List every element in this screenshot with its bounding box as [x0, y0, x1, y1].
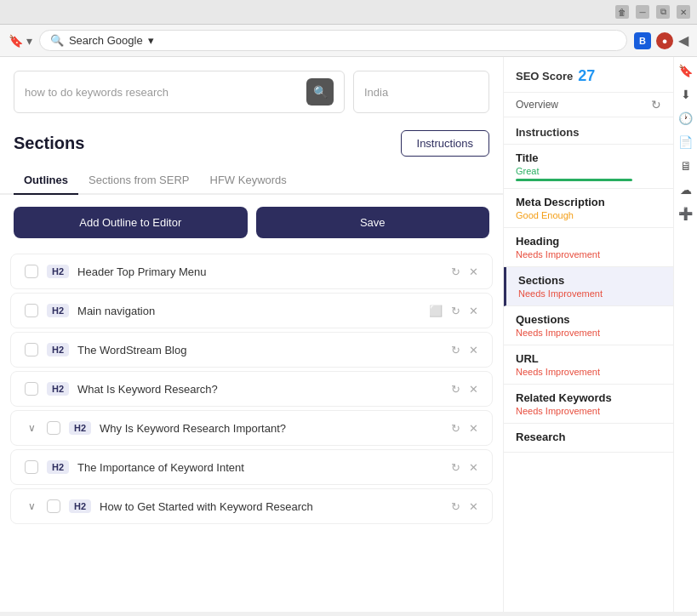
instructions-button[interactable]: Instructions: [401, 130, 489, 157]
delete-btn[interactable]: 🗑: [615, 5, 629, 19]
seo-panel: SEO Score 27 Overview ↻ Instructions Tit…: [503, 57, 673, 612]
seo-item-url-label: URL: [516, 352, 661, 365]
left-panel: 🔍 India Sections Instructions Outlines S…: [0, 57, 503, 612]
tab-serp[interactable]: Sections from SERP: [78, 167, 200, 195]
seo-item-meta-label: Meta Description: [516, 196, 661, 208]
download-icon[interactable]: ⬇: [681, 88, 691, 101]
seo-item-url-status: Needs Improvement: [516, 367, 661, 377]
add-icon[interactable]: ➕: [678, 207, 693, 220]
monitor-icon[interactable]: 🖥: [680, 159, 692, 173]
red-ext-icon[interactable]: ●: [656, 32, 673, 49]
address-input[interactable]: 🔍 Search Google ▾: [39, 30, 627, 51]
search-input[interactable]: [25, 86, 300, 99]
checkbox-1[interactable]: [25, 265, 38, 278]
seo-item-research-label: Research: [516, 431, 661, 443]
refresh-icon-1[interactable]: ↻: [451, 265, 460, 278]
refresh-icon-7[interactable]: ↻: [451, 500, 460, 513]
bookmark-icon[interactable]: 🔖 ▾: [9, 34, 32, 48]
far-right-toolbar: 🔖 ⬇ 🕐 📄 🖥 ☁ ➕: [673, 57, 697, 612]
refresh-icon-2[interactable]: ↻: [451, 305, 460, 317]
seo-item-sections-status: Needs Improvement: [518, 288, 661, 299]
tag-3: H2: [47, 343, 69, 356]
outline-item-4: H2 What Is Keyword Research? ↻ ✕: [10, 371, 493, 407]
cloud-upload-icon[interactable]: ☁: [680, 183, 692, 197]
refresh-icon-3[interactable]: ↻: [451, 344, 460, 356]
outline-list: H2 Header Top Primary Menu ↻ ✕ H2 Main n…: [0, 254, 503, 524]
seo-item-meta-status: Good Enough: [516, 210, 661, 220]
main-layout: 🔍 India Sections Instructions Outlines S…: [0, 57, 697, 612]
seo-item-sections[interactable]: Sections Needs Improvement: [504, 267, 673, 306]
sections-title: Sections: [14, 134, 84, 153]
refresh-icon-6[interactable]: ↻: [451, 461, 460, 474]
seo-item-title[interactable]: Title Great: [504, 145, 673, 189]
location-input[interactable]: India: [353, 71, 489, 113]
seo-item-questions-label: Questions: [516, 313, 661, 326]
address-bar: 🔖 ▾ 🔍 Search Google ▾ B ● ◀: [0, 25, 697, 57]
close-icon-2[interactable]: ✕: [469, 305, 478, 317]
document-icon[interactable]: 📄: [678, 135, 693, 149]
collapse-icon[interactable]: ◀: [678, 32, 688, 48]
restore-btn[interactable]: ⧉: [656, 5, 670, 19]
add-outline-button[interactable]: Add Outline to Editor: [14, 207, 248, 238]
seo-item-related[interactable]: Related Keywords Needs Improvement: [504, 385, 673, 424]
search-prefix-icon: 🔍: [50, 34, 64, 47]
checkbox-5[interactable]: [47, 421, 60, 435]
bitwarden-icon[interactable]: B: [634, 32, 651, 49]
close-icon-6[interactable]: ✕: [469, 461, 478, 474]
extension-icons: B ● ◀: [634, 32, 688, 49]
search-box[interactable]: 🔍: [14, 71, 345, 113]
tag-1: H2: [47, 265, 69, 278]
checkbox-4[interactable]: [25, 382, 38, 396]
seo-item-heading[interactable]: Heading Needs Improvement: [504, 228, 673, 267]
tab-hfw[interactable]: HFW Keywords: [200, 167, 297, 195]
browser-chrome: 🗑 ─ ⧉ ✕: [0, 0, 697, 25]
seo-item-questions-status: Needs Improvement: [516, 328, 661, 338]
close-icon-3[interactable]: ✕: [469, 344, 478, 356]
outline-item-6: H2 The Importance of Keyword Intent ↻ ✕: [10, 449, 493, 485]
close-icon-4[interactable]: ✕: [469, 383, 478, 396]
seo-item-questions[interactable]: Questions Needs Improvement: [504, 306, 673, 345]
title-bar: [516, 179, 632, 181]
cloud-icon-2: ⬜: [429, 305, 443, 317]
seo-item-related-status: Needs Improvement: [516, 406, 661, 416]
minimize-btn[interactable]: ─: [636, 5, 649, 19]
action-buttons: Add Outline to Editor Save: [0, 195, 503, 250]
tab-outlines[interactable]: Outlines: [14, 167, 78, 195]
refresh-icon-4[interactable]: ↻: [451, 383, 460, 396]
tag-5: H2: [69, 421, 91, 435]
tag-4: H2: [47, 382, 69, 396]
seo-item-url[interactable]: URL Needs Improvement: [504, 345, 673, 385]
checkbox-6[interactable]: [25, 460, 38, 474]
expand-icon-7[interactable]: ∨: [25, 500, 38, 512]
item-text-3: The WordStream Blog: [77, 344, 443, 356]
close-icon-7[interactable]: ✕: [469, 500, 478, 513]
outline-item-2: H2 Main navigation ⬜ ↻ ✕: [10, 293, 493, 328]
clock-icon[interactable]: 🕐: [678, 111, 693, 125]
close-icon-5[interactable]: ✕: [469, 422, 478, 435]
item-text-4: What Is Keyword Research?: [77, 383, 443, 396]
outline-item-1: H2 Header Top Primary Menu ↻ ✕: [10, 254, 493, 289]
seo-item-meta[interactable]: Meta Description Good Enough: [504, 189, 673, 228]
refresh-icon-5[interactable]: ↻: [451, 422, 460, 435]
search-button[interactable]: 🔍: [306, 78, 334, 106]
seo-score: 27: [578, 67, 595, 85]
checkbox-2[interactable]: [25, 304, 38, 317]
outline-item-3: H2 The WordStream Blog ↻ ✕: [10, 332, 493, 368]
outline-item-5: ∨ H2 Why Is Keyword Research Important? …: [10, 410, 493, 446]
seo-header: SEO Score 27: [504, 57, 673, 93]
bookmark-toolbar-icon[interactable]: 🔖: [678, 64, 693, 77]
tabs: Outlines Sections from SERP HFW Keywords: [0, 167, 503, 195]
expand-icon-5[interactable]: ∨: [25, 422, 38, 434]
overview-label: Overview: [516, 99, 558, 111]
close-btn[interactable]: ✕: [677, 5, 690, 19]
checkbox-7[interactable]: [47, 499, 60, 513]
save-button[interactable]: Save: [256, 207, 490, 238]
overview-row: Overview ↻: [504, 93, 673, 117]
seo-item-heading-status: Needs Improvement: [516, 249, 661, 260]
item-text-7: How to Get Started with Keyword Research: [100, 500, 443, 513]
seo-item-research[interactable]: Research: [504, 424, 673, 453]
tag-6: H2: [47, 460, 69, 474]
overview-refresh-icon[interactable]: ↻: [651, 98, 661, 111]
close-icon-1[interactable]: ✕: [469, 265, 478, 278]
checkbox-3[interactable]: [25, 343, 38, 356]
